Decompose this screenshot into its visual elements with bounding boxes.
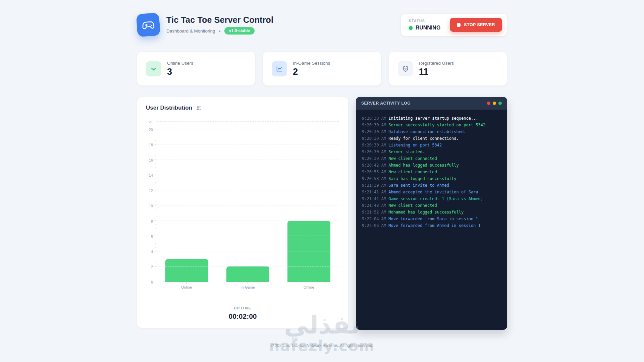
y-tick-label: 21 [149, 120, 153, 124]
bars-row [156, 122, 339, 282]
y-tick-label: 16 [149, 158, 153, 162]
log-message: Database connection established. [388, 129, 466, 134]
axis-tick [154, 129, 156, 129]
axis-tick [155, 201, 156, 202]
stop-server-button[interactable]: STOP SERVER [450, 18, 502, 32]
log-line: 9:20:58 AMSara has logged successfully [362, 175, 501, 182]
stat-value: 11 [419, 67, 454, 76]
chart-title: User Distribution [146, 105, 339, 111]
gridline [156, 129, 339, 129]
status-value: RUNNING [409, 25, 441, 31]
status-block: STATUS RUNNING [409, 19, 441, 31]
log-message: Ahmed accepted the invitation of Sara [388, 190, 478, 194]
log-timestamp: 9:21:41 AM [362, 196, 386, 201]
subtitle-text: Dashboard & Monitoring [166, 28, 215, 34]
stat-value: 3 [167, 67, 193, 76]
gridline [156, 251, 339, 251]
uptime-value: 00:02:00 [146, 312, 339, 320]
gridline [156, 160, 339, 160]
axis-tick [155, 213, 156, 213]
log-message: Sara sent invite to Ahmed [388, 183, 449, 188]
axis-tick [155, 182, 156, 183]
log-timestamp: 9:22:04 AM [362, 217, 386, 221]
log-message: Move forwarded from Sara in session 1 [388, 217, 478, 221]
axis-tick [154, 190, 156, 190]
axis-tick [155, 125, 156, 125]
axis-tick [155, 262, 156, 263]
y-tick-label: 6 [151, 234, 153, 238]
y-tick-label: 14 [149, 173, 153, 177]
yellow-dot-icon [493, 102, 496, 105]
user-distribution-card: User Distribution 0246810121416182021 On… [137, 97, 348, 328]
gamepad-logo-icon [136, 13, 161, 37]
log-timestamp: 9:20:58 AM [362, 176, 386, 181]
axis-tick [154, 236, 156, 236]
log-message: Server started. [388, 149, 425, 154]
log-title: SERVER ACTIVITY LOG [361, 101, 411, 106]
stat-text: In-Game Sessions 2 [293, 61, 330, 76]
divider [147, 298, 338, 298]
axis-tick [155, 179, 156, 179]
gridline [156, 121, 339, 122]
log-message: New client connected [388, 156, 437, 161]
axis-tick [155, 278, 156, 278]
log-line: 9:22:04 AMMove forwarded from Sara in se… [362, 216, 501, 222]
log-timestamp: 9:20:30 AM [362, 129, 386, 134]
log-line: 9:20:30 AMServer started. [362, 148, 501, 155]
log-body[interactable]: 9:20:30 AMInitiating server startup sequ… [356, 110, 507, 330]
dashboard-page: Tic Tac Toe Server Control Dashboard & M… [137, 0, 507, 348]
gridline [156, 236, 339, 236]
bar-slot [156, 259, 217, 282]
axis-tick [155, 167, 156, 168]
y-axis: 0246810121416182021 [146, 122, 156, 282]
axis-tick [154, 221, 156, 221]
header: Tic Tac Toe Server Control Dashboard & M… [137, 13, 507, 36]
gridline [156, 266, 339, 266]
axis-tick [154, 266, 156, 266]
axis-tick [155, 171, 156, 171]
axis-tick [155, 240, 156, 240]
log-header: SERVER ACTIVITY LOG [356, 97, 507, 110]
log-timestamp: 9:20:30 AM [362, 136, 386, 141]
chart-title-text: User Distribution [146, 105, 192, 111]
log-message: Sara has logged successfully [388, 176, 456, 181]
log-timestamp: 9:20:39 AM [362, 156, 386, 161]
axis-tick [155, 274, 156, 274]
running-dot-icon [409, 26, 413, 30]
uptime-block: UPTIME 00:02:00 [146, 306, 339, 320]
status-label: STATUS [409, 19, 441, 23]
log-line: 9:21:41 AMAhmed accepted the invitation … [362, 189, 501, 195]
bar-slot [278, 221, 339, 282]
users-icon [196, 105, 202, 111]
server-status-card: STATUS RUNNING STOP SERVER [400, 13, 507, 36]
log-timestamp: 9:20:55 AM [362, 170, 386, 174]
axis-tick [155, 156, 156, 156]
axis-tick [155, 232, 156, 232]
log-line: 9:22:06 AMMove forwarded from Ahmed in s… [362, 222, 501, 229]
page-title: Tic Tac Toe Server Control [166, 15, 273, 25]
stat-label: In-Game Sessions [293, 61, 330, 66]
gridline [156, 221, 339, 221]
log-timestamp: 9:21:48 AM [362, 203, 386, 208]
stat-label: Registered Users [419, 61, 454, 66]
log-timestamp: 9:20:42 AM [362, 163, 386, 168]
log-timestamp: 9:20:30 AM [362, 149, 386, 154]
uptime-label: UPTIME [146, 306, 339, 310]
x-tick-label: Offline [278, 282, 339, 289]
axis-tick [155, 224, 156, 225]
stop-server-label: STOP SERVER [464, 22, 495, 27]
brand-text: Tic Tac Toe Server Control Dashboard & M… [166, 15, 273, 35]
log-message: Listening on port 5342 [388, 143, 442, 147]
y-tick-label: 8 [151, 219, 153, 223]
gridline [156, 205, 339, 205]
version-badge: v1.0-stable [224, 27, 255, 35]
stop-square-icon [457, 23, 461, 27]
plot-area [156, 122, 339, 282]
log-line: 9:20:30 AMInitiating server startup sequ… [362, 115, 501, 122]
log-line: 9:20:30 AMServer successfully started on… [362, 122, 501, 128]
gridline [156, 144, 339, 144]
axis-tick [155, 209, 156, 209]
log-line: 9:21:48 AMNew client connected [362, 202, 501, 209]
axis-tick [155, 228, 156, 229]
chart-bar-online [165, 259, 208, 282]
